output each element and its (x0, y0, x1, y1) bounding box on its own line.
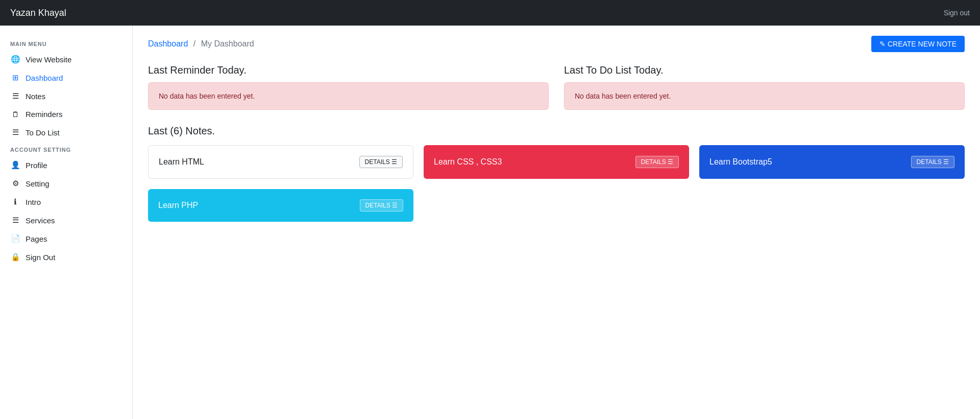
sidebar-item-intro[interactable]: ℹ Intro (0, 193, 132, 211)
reminders-icon: 🗒 (10, 110, 20, 119)
notes-row2: Learn PHP DETAILS ☰ (148, 189, 965, 222)
breadcrumb-dashboard-link[interactable]: Dashboard (148, 39, 188, 48)
sidebar-item-profile[interactable]: 👤 Profile (0, 156, 132, 174)
sidebar-item-view-website[interactable]: 🌐 View Website (0, 50, 132, 68)
breadcrumb-separator: / (193, 39, 195, 48)
sidebar-item-services[interactable]: ☰ Services (0, 211, 132, 229)
sidebar-item-todo[interactable]: ☰ To Do List (0, 123, 132, 142)
reminder-empty-alert: No data has been entered yet. (148, 82, 549, 110)
note-card-4: Learn PHP DETAILS ☰ (148, 189, 413, 222)
intro-icon: ℹ (10, 197, 20, 206)
note-details-button-2[interactable]: DETAILS ☰ (635, 156, 679, 168)
breadcrumb-current: My Dashboard (201, 39, 254, 48)
sidebar-label-setting: Setting (26, 179, 50, 188)
dashboard-icon: ⊞ (10, 73, 20, 82)
profile-icon: 👤 (10, 160, 20, 170)
sidebar-item-pages[interactable]: 📄 Pages (0, 229, 132, 248)
sidebar-label-signout: Sign Out (26, 253, 55, 262)
note-label-3: Learn Bootstrap5 (709, 157, 772, 167)
sidebar-item-notes[interactable]: ☰ Notes (0, 87, 132, 105)
sidebar-item-signout[interactable]: 🔒 Sign Out (0, 248, 132, 266)
notes-grid: Learn HTML DETAILS ☰ Learn CSS , CSS3 DE… (148, 145, 965, 179)
note-details-button-1[interactable]: DETAILS ☰ (359, 156, 403, 168)
notes-section: Last (6) Notes. Learn HTML DETAILS ☰ Lea… (148, 125, 965, 222)
note-label-1: Learn HTML (159, 157, 204, 167)
notes-section-title: Last (6) Notes. (148, 125, 965, 137)
note-card-1: Learn HTML DETAILS ☰ (148, 145, 413, 179)
signout-link[interactable]: Sign out (944, 9, 970, 17)
note-card-3: Learn Bootstrap5 DETAILS ☰ (699, 145, 965, 179)
globe-icon: 🌐 (10, 55, 20, 64)
main-menu-label: MAIN MENU (0, 36, 132, 50)
app-title: Yazan Khayal (10, 8, 66, 18)
todo-title: Last To Do List Today. (564, 64, 965, 76)
sidebar-item-dashboard[interactable]: ⊞ Dashboard (0, 68, 132, 87)
reminder-todo-row: Last Reminder Today. No data has been en… (148, 64, 965, 110)
todo-icon: ☰ (10, 128, 20, 137)
todo-section: Last To Do List Today. No data has been … (564, 64, 965, 110)
main-content: Dashboard / My Dashboard ✎ CREATE NEW NO… (133, 26, 980, 419)
breadcrumb: Dashboard / My Dashboard (148, 39, 254, 49)
sidebar-label-reminders: Reminders (26, 110, 63, 119)
pages-icon: 📄 (10, 234, 20, 243)
sidebar-item-reminders[interactable]: 🗒 Reminders (0, 105, 132, 123)
sidebar-label-view-website: View Website (26, 55, 71, 64)
sidebar-label-intro: Intro (26, 198, 41, 206)
sidebar-label-dashboard: Dashboard (26, 74, 63, 82)
sidebar: MAIN MENU 🌐 View Website ⊞ Dashboard ☰ N… (0, 26, 133, 419)
note-label-4: Learn PHP (158, 201, 198, 210)
lock-icon: 🔒 (10, 252, 20, 262)
sidebar-label-notes: Notes (26, 92, 45, 101)
reminder-title: Last Reminder Today. (148, 64, 549, 76)
reminder-section: Last Reminder Today. No data has been en… (148, 64, 549, 110)
sidebar-label-profile: Profile (26, 161, 47, 170)
services-icon: ☰ (10, 216, 20, 225)
topbar: Yazan Khayal Sign out (0, 0, 980, 26)
setting-icon: ⚙ (10, 179, 20, 188)
create-new-note-button[interactable]: ✎ CREATE NEW NOTE (871, 36, 965, 52)
note-label-2: Learn CSS , CSS3 (434, 157, 502, 167)
todo-empty-alert: No data has been entered yet. (564, 82, 965, 110)
note-details-button-3[interactable]: DETAILS ☰ (911, 156, 954, 168)
breadcrumb-bar: Dashboard / My Dashboard ✎ CREATE NEW NO… (148, 36, 965, 52)
sidebar-item-setting[interactable]: ⚙ Setting (0, 174, 132, 193)
note-details-button-4[interactable]: DETAILS ☰ (360, 199, 403, 212)
note-card-2: Learn CSS , CSS3 DETAILS ☰ (424, 145, 689, 179)
account-section-label: ACCOUNT SETTING (0, 142, 132, 156)
sidebar-label-pages: Pages (26, 235, 47, 243)
notes-icon: ☰ (10, 91, 20, 101)
sidebar-label-services: Services (26, 216, 55, 225)
sidebar-label-todo: To Do List (26, 128, 60, 137)
